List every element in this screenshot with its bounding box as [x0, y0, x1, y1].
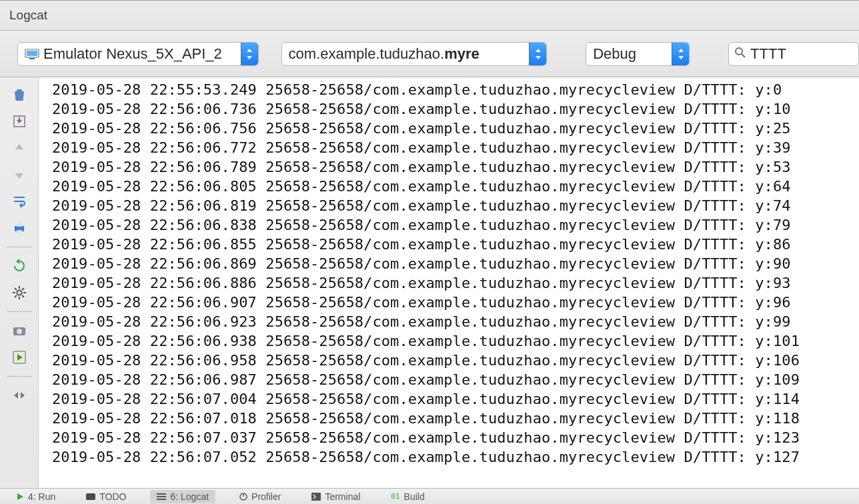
device-label: Emulator Nexus_5X_API_2	[43, 45, 222, 63]
camera-icon[interactable]	[7, 319, 31, 343]
tab-logcat-label: 6: Logcat	[170, 491, 209, 502]
play-icon[interactable]	[7, 345, 31, 369]
log-line: 2019-05-28 22:56:06.923 25658-25658/com.…	[52, 312, 859, 331]
device-icon	[25, 48, 39, 60]
log-output[interactable]: 2019-05-28 22:55:53.249 25658-25658/com.…	[39, 77, 859, 488]
log-level-label: Debug	[593, 45, 636, 63]
logcat-body: 2019-05-28 22:55:53.249 25658-25658/com.…	[0, 77, 859, 488]
restart-icon[interactable]	[7, 254, 31, 278]
separator	[7, 247, 31, 247]
svg-rect-1	[27, 51, 37, 56]
process-label: com.example.tuduzhao.myre	[289, 45, 480, 63]
wrap-icon[interactable]	[7, 189, 31, 213]
log-line: 2019-05-28 22:56:06.805 25658-25658/com.…	[52, 177, 859, 196]
logcat-toolbar: Emulator Nexus_5X_API_2 com.example.tudu…	[0, 31, 859, 77]
log-line: 2019-05-28 22:56:07.052 25658-25658/com.…	[52, 447, 859, 467]
svg-line-17	[22, 288, 24, 290]
tab-build[interactable]: 01 Build	[384, 490, 431, 503]
separator	[7, 311, 31, 312]
log-filter-input[interactable]	[750, 45, 853, 63]
panel-title: Logcat	[9, 8, 47, 23]
chevron-updown-icon	[529, 43, 546, 65]
svg-point-10	[17, 291, 21, 295]
svg-rect-2	[29, 58, 35, 59]
import-icon[interactable]	[7, 109, 31, 133]
log-line: 2019-05-28 22:56:06.819 25658-25658/com.…	[52, 196, 859, 215]
tab-terminal-label: Terminal	[325, 491, 360, 502]
tab-build-label: Build	[404, 491, 425, 502]
log-level-select[interactable]: Debug	[586, 42, 690, 66]
device-select[interactable]: Emulator Nexus_5X_API_2	[17, 42, 259, 66]
search-icon	[734, 47, 746, 61]
chevron-updown-icon	[672, 43, 689, 65]
tab-run[interactable]: 4: Run	[9, 490, 62, 503]
log-line: 2019-05-28 22:55:53.249 25658-25658/com.…	[52, 80, 859, 99]
log-line: 2019-05-28 22:56:06.756 25658-25658/com.…	[52, 119, 859, 138]
print-icon[interactable]	[7, 216, 31, 240]
log-filter-search[interactable]	[728, 42, 859, 66]
svg-line-16	[22, 295, 24, 297]
tab-todo[interactable]: TODO	[79, 490, 133, 503]
tab-profiler-label: Profiler	[251, 491, 281, 502]
chevron-updown-icon	[241, 43, 258, 65]
log-line: 2019-05-28 22:56:07.018 25658-25658/com.…	[52, 409, 859, 428]
svg-point-20	[17, 329, 22, 334]
log-line: 2019-05-28 22:56:06.987 25658-25658/com.…	[52, 370, 859, 389]
trash-icon[interactable]	[7, 83, 31, 107]
arrow-down-icon[interactable]	[7, 163, 31, 187]
log-line: 2019-05-28 22:56:06.869 25658-25658/com.…	[52, 254, 859, 273]
svg-line-4	[742, 54, 745, 57]
arrow-up-icon[interactable]	[7, 136, 31, 160]
log-line: 2019-05-28 22:56:06.958 25658-25658/com.…	[52, 351, 859, 370]
log-line: 2019-05-28 22:56:06.886 25658-25658/com.…	[52, 273, 859, 293]
svg-rect-5	[17, 89, 22, 91]
log-line: 2019-05-28 22:56:06.838 25658-25658/com.…	[52, 215, 859, 235]
svg-rect-8	[17, 223, 22, 227]
tab-profiler[interactable]: Profiler	[233, 490, 287, 503]
svg-point-3	[736, 48, 742, 55]
svg-rect-25	[157, 499, 166, 500]
panel-title-bar: Logcat	[0, 0, 859, 31]
log-line: 2019-05-28 22:56:06.772 25658-25658/com.…	[52, 138, 859, 157]
log-line: 2019-05-28 22:56:06.938 25658-25658/com.…	[52, 331, 859, 351]
log-line: 2019-05-28 22:56:06.736 25658-25658/com.…	[52, 99, 859, 119]
svg-rect-23	[157, 493, 166, 495]
tab-terminal[interactable]: Terminal	[305, 490, 367, 503]
svg-rect-9	[17, 230, 22, 233]
log-line: 2019-05-28 22:56:07.004 25658-25658/com.…	[52, 389, 859, 409]
svg-line-15	[15, 288, 17, 290]
log-line: 2019-05-28 22:56:06.789 25658-25658/com.…	[52, 157, 859, 177]
svg-rect-22	[86, 493, 95, 500]
log-line: 2019-05-28 22:56:06.907 25658-25658/com.…	[52, 293, 859, 312]
logcat-side-toolbar	[0, 77, 39, 488]
svg-rect-24	[157, 496, 166, 497]
gear-icon[interactable]	[7, 281, 31, 305]
process-select[interactable]: com.example.tuduzhao.myre	[281, 42, 548, 66]
log-line: 2019-05-28 22:56:06.855 25658-25658/com.…	[52, 235, 859, 254]
svg-rect-27	[311, 493, 321, 501]
tab-run-label: 4: Run	[28, 491, 55, 502]
svg-line-18	[15, 295, 17, 297]
tab-todo-label: TODO	[99, 491, 126, 502]
bottom-tool-tabs: 4: Run TODO 6: Logcat Profiler Terminal …	[0, 488, 859, 504]
log-line: 2019-05-28 22:56:07.037 25658-25658/com.…	[52, 428, 859, 447]
tab-logcat[interactable]: 6: Logcat	[150, 490, 215, 503]
expand-icon[interactable]	[7, 383, 31, 407]
separator	[7, 376, 31, 377]
